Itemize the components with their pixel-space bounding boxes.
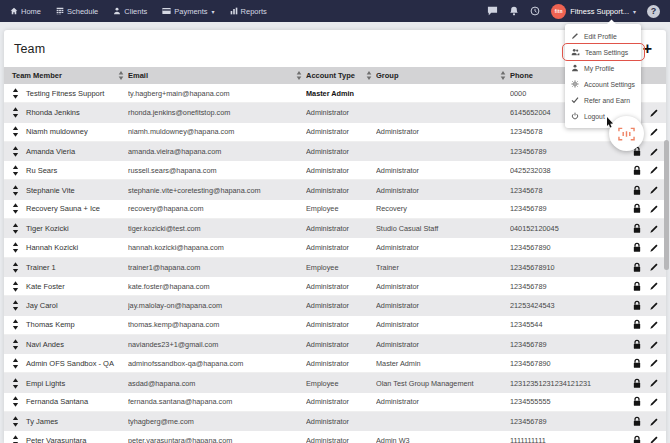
bell-icon[interactable] (509, 6, 519, 16)
nav-item-home[interactable]: Home (10, 7, 41, 16)
table-row[interactable]: Empi Lights asdad@hapana.com Employee Ol… (4, 373, 666, 392)
table-row[interactable]: Tiger Kozicki tiger.kozicki@test.com Adm… (4, 219, 666, 238)
sort-icon[interactable] (500, 71, 506, 80)
drag-handle-icon[interactable] (12, 319, 19, 330)
feedback-widget-button[interactable] (609, 116, 644, 151)
table-row[interactable]: Ru Sears russell.sears@hapana.com Admini… (4, 161, 666, 180)
edit-pencil-icon[interactable] (649, 108, 659, 118)
table-row[interactable]: Stephanie Vite stephanie.vite+coretestin… (4, 180, 666, 199)
menu-item-account-settings[interactable]: Account Settings (565, 76, 641, 92)
lock-icon[interactable] (632, 185, 642, 196)
edit-pencil-icon[interactable] (649, 243, 659, 253)
edit-pencil-icon[interactable] (649, 435, 659, 443)
lock-icon[interactable] (632, 378, 642, 389)
menu-item-refer-and-earn[interactable]: Refer and Earn (565, 92, 641, 108)
lock-icon[interactable] (632, 203, 642, 214)
lock-icon[interactable] (632, 416, 642, 427)
lock-icon[interactable] (632, 281, 642, 292)
table-row[interactable]: Ty James tyhagberg@me.com Administrator … (4, 412, 666, 431)
edit-pencil-icon[interactable] (649, 378, 659, 388)
edit-pencil-icon[interactable] (649, 417, 659, 427)
table-row[interactable]: Kate Foster kate.foster@hapana.com Admin… (4, 277, 666, 296)
edit-pencil-icon[interactable] (649, 262, 659, 272)
edit-pencil-icon[interactable] (649, 320, 659, 330)
drag-handle-icon[interactable] (12, 88, 19, 99)
member-account-type: Administrator (306, 436, 376, 443)
nav-item-schedule[interactable]: Schedule (56, 7, 98, 16)
add-team-member-button[interactable]: + (643, 41, 652, 57)
sort-icon[interactable] (366, 71, 372, 80)
lock-icon[interactable] (632, 435, 642, 443)
nav-item-payments[interactable]: Payments ▾ (162, 7, 214, 16)
lock-icon[interactable] (632, 300, 642, 311)
menu-item-edit-profile[interactable]: Edit Profile (565, 28, 641, 44)
user-menu-trigger[interactable]: fitn Fitness Support... ▾ (551, 4, 636, 19)
drag-handle-icon[interactable] (12, 281, 19, 292)
drag-handle-icon[interactable] (12, 203, 19, 214)
nav-item-clients[interactable]: Clients (113, 7, 147, 16)
edit-pencil-icon[interactable] (649, 301, 659, 311)
lock-icon[interactable] (632, 165, 642, 176)
lock-icon[interactable] (632, 339, 642, 350)
drag-handle-icon[interactable] (12, 396, 19, 407)
table-row[interactable]: Navi Andes naviandes23+1@gmail.com Admin… (4, 335, 666, 354)
edit-pencil-icon[interactable] (649, 165, 659, 175)
lock-icon[interactable] (632, 319, 642, 330)
drag-handle-icon[interactable] (12, 358, 19, 369)
drag-handle-icon[interactable] (12, 300, 19, 311)
edit-pencil-icon[interactable] (649, 147, 659, 157)
lock-icon[interactable] (632, 262, 642, 273)
lock-icon[interactable] (632, 242, 642, 253)
edit-pencil-icon[interactable] (649, 358, 659, 368)
scrollbar-thumb[interactable] (664, 140, 669, 270)
edit-pencil-icon[interactable] (649, 397, 659, 407)
lock-icon[interactable] (632, 358, 642, 369)
home-icon (10, 7, 18, 15)
drag-handle-icon[interactable] (12, 416, 19, 427)
table-row[interactable]: Peter Varasuntara peter.varasuntara@hapa… (4, 431, 666, 443)
drag-handle-icon[interactable] (12, 378, 19, 389)
drag-handle-icon[interactable] (12, 185, 19, 196)
menu-item-my-profile[interactable]: My Profile (565, 60, 641, 76)
menu-item-team-settings[interactable]: Team Settings (565, 44, 641, 60)
sort-icon[interactable] (296, 71, 302, 80)
edit-pencil-icon[interactable] (649, 224, 659, 234)
drag-handle-icon[interactable] (12, 435, 19, 443)
drag-handle-icon[interactable] (12, 339, 19, 350)
drag-handle-icon[interactable] (12, 146, 19, 157)
chat-icon[interactable] (487, 6, 498, 16)
drag-handle-icon[interactable] (12, 242, 19, 253)
drag-handle-icon[interactable] (12, 223, 19, 234)
table-row[interactable]: Admin OFS Sandbox - QA adminofssandbox-q… (4, 354, 666, 373)
table-row[interactable]: Jay Carol jay.malolay-on@hapana.com Admi… (4, 296, 666, 315)
column-header-email[interactable]: Email (128, 71, 306, 80)
help-button[interactable]: ? (647, 5, 660, 18)
table-row[interactable]: Trainer 1 trainer1@hapana.com Employee T… (4, 258, 666, 277)
table-row[interactable]: Hannah Kozicki hannah.kozicki@hapana.com… (4, 238, 666, 257)
nav-item-reports[interactable]: Reports (230, 7, 267, 16)
drag-handle-icon[interactable] (12, 126, 19, 137)
column-header-account-type[interactable]: Account Type (306, 71, 376, 80)
drag-handle-icon[interactable] (12, 262, 19, 273)
edit-pencil-icon[interactable] (649, 281, 659, 291)
table-row[interactable]: Thomas Kemp thomas.kemp@hapana.com Admin… (4, 316, 666, 335)
row-actions (626, 262, 666, 273)
table-row[interactable]: Recovery Sauna + Ice recovery@hapana.com… (4, 200, 666, 219)
member-phone: 12312351231234121231 (510, 379, 626, 388)
member-group: Administrator (376, 340, 510, 349)
column-header-group[interactable]: Group (376, 71, 510, 80)
edit-pencil-icon[interactable] (649, 185, 659, 195)
table-row[interactable]: Amanda Vieria amanda.vieira@hapana.com A… (4, 142, 666, 161)
lock-icon[interactable] (632, 396, 642, 407)
clock-icon[interactable] (530, 6, 540, 16)
edit-pencil-icon[interactable] (649, 127, 659, 137)
drag-handle-icon[interactable] (12, 165, 19, 176)
sort-icon[interactable] (118, 71, 124, 80)
member-group: Administrator (376, 186, 510, 195)
lock-icon[interactable] (632, 223, 642, 234)
drag-handle-icon[interactable] (12, 107, 19, 118)
table-row[interactable]: Fernanda Santana fernanda.santana@hapana… (4, 393, 666, 412)
edit-pencil-icon[interactable] (649, 204, 659, 214)
column-header-team-member[interactable]: Team Member (4, 71, 128, 80)
edit-pencil-icon[interactable] (649, 340, 659, 350)
